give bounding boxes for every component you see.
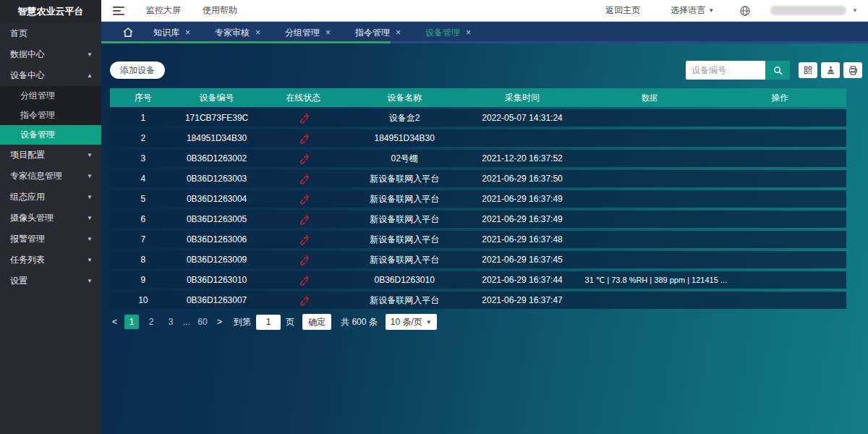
confirm-button[interactable]: 确定 xyxy=(302,314,331,330)
table-row: 1 171CB73FE39C 设备盒2 2022-05-07 14:31:24 xyxy=(110,109,846,127)
sidebar: 智慧农业云平台 首页 数据中心 ▼ 设备中心 ▲ 分组管理 指令管理 设备管理 … xyxy=(0,0,101,434)
chevron-down-icon: ▼ xyxy=(87,278,93,284)
qr-code-button[interactable] xyxy=(799,62,817,78)
close-icon[interactable]: × xyxy=(326,27,331,38)
sidebar-item-project-config[interactable]: 项目配置 ▼ xyxy=(0,145,101,166)
collapse-sidebar-icon[interactable] xyxy=(113,7,124,15)
cell-status xyxy=(258,274,349,285)
sidebar-item-group-management[interactable]: 分组管理 xyxy=(0,86,101,106)
cell-device-id: 0B36D1263004 xyxy=(176,194,258,204)
cell-device-id: 0B36D1263003 xyxy=(176,174,258,184)
next-page-button[interactable]: > xyxy=(215,317,224,327)
sidebar-item-label: 专家信息管理 xyxy=(10,170,62,182)
chevron-down-icon: ▼ xyxy=(87,236,93,242)
sidebar-item-device-center[interactable]: 设备中心 ▲ xyxy=(0,65,101,86)
cell-status xyxy=(258,112,349,123)
globe-icon[interactable] xyxy=(739,4,752,17)
offline-icon xyxy=(298,295,309,306)
cell-status xyxy=(258,294,349,305)
sidebar-subitem-label: 设备管理 xyxy=(20,129,55,141)
cell-status xyxy=(258,153,349,163)
sidebar-item-expert-info[interactable]: 专家信息管理 ▼ xyxy=(0,166,101,187)
chevron-down-icon: ▼ xyxy=(87,194,93,200)
cell-device-id: 0B36D1263007 xyxy=(176,295,258,305)
table-tool-buttons xyxy=(799,62,862,78)
tab-command-management[interactable]: 指令管理 × xyxy=(355,27,401,39)
chevron-down-icon: ▼ xyxy=(708,7,714,14)
sidebar-item-alarm-management[interactable]: 报警管理 ▼ xyxy=(0,229,101,250)
cell-device-id: 0B36D1263006 xyxy=(176,234,258,244)
cell-device-name: 新设备联网入平台 xyxy=(349,193,460,205)
toolbar: 添加设备 xyxy=(110,61,862,80)
table-row: 9 0B36D1263010 0B36D1263010 2021-06-29 1… xyxy=(110,271,846,289)
language-selector[interactable]: 选择语言 ▼ xyxy=(671,4,714,17)
search-input[interactable] xyxy=(686,61,765,80)
print-button[interactable] xyxy=(843,62,862,78)
device-table: 序号 设备编号 在线状态 设备名称 采集时间 数据 操作 1 171CB73FE… xyxy=(110,88,846,309)
tab-group-management[interactable]: 分组管理 × xyxy=(285,27,331,39)
qr-code-icon xyxy=(803,65,813,75)
cell-device-id: 0B36D1263009 xyxy=(176,255,258,265)
sidebar-subitem-label: 指令管理 xyxy=(20,109,55,122)
page-number-60[interactable]: 60 xyxy=(195,315,210,329)
export-button[interactable] xyxy=(821,62,840,78)
sidebar-item-command-management[interactable]: 指令管理 xyxy=(0,106,101,125)
jump-page-input[interactable] xyxy=(256,315,281,330)
sidebar-item-camera-management[interactable]: 摄像头管理 ▼ xyxy=(0,208,101,229)
main-content: 添加设备 序号 设备编号 在线状态 设备名称 xyxy=(101,43,868,434)
print-icon xyxy=(848,65,859,76)
sidebar-item-label: 组态应用 xyxy=(10,191,45,203)
topbar-link-help[interactable]: 使用帮助 xyxy=(203,4,237,17)
col-header-collect-time: 采集时间 xyxy=(460,92,585,104)
table-row: 6 0B36D1263005 新设备联网入平台 2021-06-29 16:37… xyxy=(110,210,846,228)
close-icon[interactable]: × xyxy=(185,27,190,38)
search-icon xyxy=(773,65,783,76)
cell-time: 2022-05-07 14:31:24 xyxy=(460,113,585,123)
user-menu[interactable]: ▼ xyxy=(770,6,858,15)
cell-index: 4 xyxy=(110,174,176,184)
chevron-down-icon: ▼ xyxy=(87,257,93,263)
close-icon[interactable]: × xyxy=(255,27,260,38)
col-header-index: 序号 xyxy=(110,92,176,104)
chevron-down-icon: ▼ xyxy=(87,152,93,158)
sidebar-item-data-center[interactable]: 数据中心 ▼ xyxy=(0,44,101,65)
add-device-button[interactable]: 添加设备 xyxy=(110,61,165,79)
cell-device-name: 新设备联网入平台 xyxy=(349,234,460,246)
cell-status xyxy=(258,254,349,265)
cell-index: 5 xyxy=(110,194,176,204)
tab-expert-review[interactable]: 专家审核 × xyxy=(215,27,260,39)
page-number-2[interactable]: 2 xyxy=(144,315,158,329)
cell-index: 1 xyxy=(110,113,176,123)
cell-device-name: 新设备联网入平台 xyxy=(349,254,460,266)
tab-label: 专家审核 xyxy=(215,27,250,39)
sidebar-item-device-management[interactable]: 设备管理 xyxy=(0,125,101,145)
page-number-3[interactable]: 3 xyxy=(163,315,178,329)
sidebar-item-settings[interactable]: 设置 ▼ xyxy=(0,271,101,292)
cell-index: 2 xyxy=(110,133,176,143)
sidebar-item-scada-app[interactable]: 组态应用 ▼ xyxy=(0,187,101,208)
page-size-select[interactable]: 10 条/页 ▼ xyxy=(386,314,437,330)
sidebar-item-task-list[interactable]: 任务列表 ▼ xyxy=(0,250,101,271)
page-number-1[interactable]: 1 xyxy=(124,315,139,329)
tab-knowledge-base[interactable]: 知识库 × xyxy=(153,27,190,39)
tab-device-management[interactable]: 设备管理 × xyxy=(425,27,471,39)
table-row: 7 0B36D1263006 新设备联网入平台 2021-06-29 16:37… xyxy=(110,231,846,248)
prev-page-button[interactable]: < xyxy=(110,317,119,327)
home-icon[interactable] xyxy=(122,26,135,39)
cell-status xyxy=(258,193,349,204)
cell-device-name: 新设备联网入平台 xyxy=(349,294,460,307)
cell-device-id: 0B36D1263010 xyxy=(176,275,258,285)
close-icon[interactable]: × xyxy=(396,27,401,38)
search-button[interactable] xyxy=(765,61,790,80)
topbar-link-monitor-screen[interactable]: 监控大屏 xyxy=(146,4,181,17)
offline-icon xyxy=(298,255,309,265)
col-header-device-id: 设备编号 xyxy=(176,92,258,104)
cell-device-id: 171CB73FE39C xyxy=(176,113,258,123)
device-center-submenu: 分组管理 指令管理 设备管理 xyxy=(0,86,101,145)
sidebar-item-home[interactable]: 首页 xyxy=(0,23,101,44)
sidebar-item-label: 数据中心 xyxy=(10,48,45,61)
close-icon[interactable]: × xyxy=(466,27,471,38)
offline-icon xyxy=(298,153,309,164)
cell-status xyxy=(258,173,349,184)
back-home-link[interactable]: 返回主页 xyxy=(605,4,640,17)
